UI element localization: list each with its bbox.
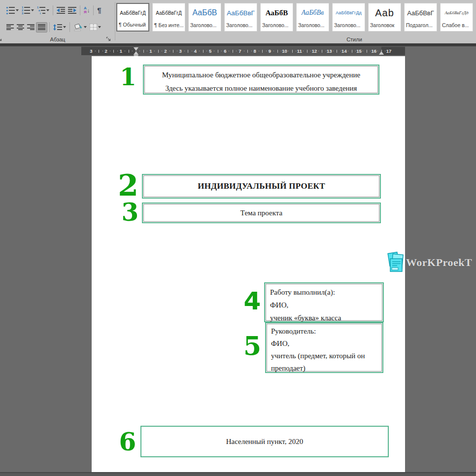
document-page[interactable]: Муниципальное бюджетное общеобразователь… [92,56,405,472]
numbered-list-button[interactable]: 1 2 3 [20,5,35,16]
numbered-list-icon: 1 2 3 [22,7,30,14]
project-theme: Тема проекта [143,204,380,222]
ruler-tick [348,51,348,51]
style-sample: АаБбВвГгД [117,4,148,22]
author-line: ФИО, [270,299,383,311]
right-indent-marker[interactable] [379,51,384,55]
style-sample: АаБбВ [261,3,293,22]
ribbon: 1 2 3 1 a i [0,0,476,43]
ruler-tick [318,51,319,51]
justify-button[interactable] [36,22,47,33]
ruler-tick [188,50,188,53]
ruler-tick [184,51,185,51]
chevron-down-icon[interactable] [98,26,101,28]
multilevel-list-button[interactable]: 1 a i [35,5,51,16]
align-right-button[interactable] [26,23,36,32]
separator [53,5,53,15]
ruler-tick [125,51,125,51]
increase-indent-button[interactable] [67,5,78,15]
author-line: ученик «буква» класса [270,311,383,324]
annotation-number-3: 3 [116,200,144,225]
school-name-box[interactable]: Муниципальное бюджетное общеобразователь… [143,65,379,95]
style-sample: АаБбВвГгД [153,3,185,22]
style-card-heading3[interactable]: АаБбВ Заголово... [260,3,293,32]
project-theme-box[interactable]: Тема проекта [142,203,381,223]
paint-bucket-icon [73,23,83,32]
separator [49,22,50,32]
ruler-tick [129,50,129,53]
style-card-subtle-emphasis[interactable]: АаБбВвГгДд Слабое в... [440,3,473,32]
ruler-tick [303,51,304,51]
project-title-box[interactable]: ИНДИВИДУАЛЬНЫЙ ПРОЕКТ [142,174,381,199]
city-year: Населенный пункт, 2020 [141,427,388,456]
style-label: Заголово... [261,22,293,31]
ruler-tick [333,51,334,51]
chevron-down-icon[interactable] [63,26,66,28]
ruler-number: 17 [384,48,394,54]
chevron-down-icon[interactable] [16,9,19,11]
ruler-tick [247,50,248,53]
style-card-title[interactable]: Аab Заголовок [368,3,401,32]
style-card-heading4[interactable]: АаБбВв Заголово... [296,3,329,32]
borders-button[interactable] [88,22,102,32]
sort-letter-z: Я [84,10,87,14]
separator [93,5,94,15]
style-card-heading5[interactable]: АаБбВвГгДд Заголово... [332,3,365,32]
chevron-down-icon[interactable] [46,9,49,11]
author-box[interactable]: Работу выполнил(а): ФИО, ученик «буква» … [264,282,384,322]
style-card-heading1[interactable]: АаБбВ Заголово... [188,3,221,32]
paragraph-group-label: Абзац [0,36,115,42]
annotation-number-2: 2 [113,170,143,200]
ruler-tick [307,50,307,53]
align-center-button[interactable] [15,23,26,32]
ruler-tick [337,50,337,53]
chevron-down-icon[interactable] [84,26,87,28]
paragraph-group: 1 2 3 1 a i [0,0,115,43]
project-title: ИНДИВИДУАЛЬНЫЙ ПРОЕКТ [143,175,380,198]
shading-button[interactable] [72,22,88,33]
horizontal-ruler[interactable]: 3211234567891011121314151617 [81,47,405,55]
supervisor-line: ФИО, [271,338,382,350]
ruler-tick [170,51,170,51]
separator [69,22,70,32]
bullet-list-button[interactable] [5,5,20,16]
style-card-heading2[interactable]: АаБбВвГ Заголово... [224,3,257,32]
hanging-indent-marker[interactable] [134,51,138,55]
styles-group: АаБбВвГгД ¶ Обычный АаБбВвГгД ¶ Без инте… [116,0,476,43]
ruler-tick [352,50,352,53]
line-spacing-button[interactable] [52,22,68,33]
style-card-no-spacing[interactable]: АаБбВвГгД ¶ Без инте... [152,3,185,32]
annotation-number-6: 6 [114,430,141,454]
align-left-button[interactable] [5,23,15,32]
style-label: Заголово... [189,22,221,31]
bullet-list-icon [6,7,15,14]
clipped-dialog-launcher[interactable] [0,36,2,42]
ruler-tick [203,50,204,53]
document-canvas: 3211234567891011121314151617 Муниципальн… [0,46,476,476]
paragraph-dialog-launcher[interactable] [106,36,111,42]
multilevel-list-icon: 1 a i [37,7,45,14]
ruler-tick [173,50,173,53]
style-card-subtitle[interactable]: АаБбВвГ Подзагол... [404,3,437,32]
decrease-indent-button[interactable] [55,5,67,15]
sort-button[interactable]: А Я ↓ [82,4,91,16]
ruler-tick [229,51,229,51]
watermark: WorKProekT [387,251,472,274]
align-left-icon [6,24,14,31]
style-label: Заголово... [297,22,329,31]
group-separator [115,2,115,40]
pilcrow-icon: ¶ [97,6,101,14]
chevron-down-icon[interactable] [31,9,34,11]
city-year-box[interactable]: Населенный пункт, 2020 [140,426,389,457]
school-name-line: Муниципальное бюджетное общеобразователь… [144,68,378,82]
style-card-normal[interactable]: АаБбВвГгД ¶ Обычный [116,3,149,32]
supervisor-line: учитель (предмет, который он [271,350,382,362]
show-formatting-marks-button[interactable]: ¶ [96,5,102,16]
ruler-tick [218,50,218,53]
align-right-icon [27,24,34,31]
style-label: Заголово... [225,22,257,31]
style-sample: АаБбВвГ [225,3,257,22]
first-line-indent-marker[interactable] [134,47,138,51]
ruler-tick [214,51,214,51]
supervisor-box[interactable]: Руководитель: ФИО, учитель (предмет, кот… [265,322,383,373]
